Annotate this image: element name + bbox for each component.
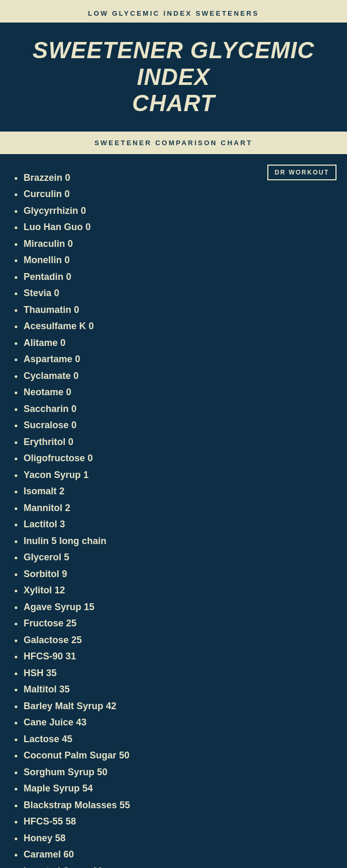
- list-item: Yacon Syrup 1: [24, 467, 331, 484]
- list-item: Cyclamate 0: [24, 368, 331, 385]
- list-item: Barley Malt Syrup 42: [24, 698, 331, 715]
- list-item: Caramel 60: [24, 847, 331, 863]
- list-item: Alitame 0: [24, 335, 331, 352]
- list-item: HFCS-90 31: [24, 648, 331, 665]
- list-item: HSH 35: [24, 665, 331, 682]
- list-item: Sucralose 0: [24, 417, 331, 434]
- subtitle-bar: SWEETENER COMPARISON CHART: [0, 132, 347, 154]
- list-item: Monellin 0: [24, 252, 331, 269]
- list-item: Mannitol 2: [24, 500, 331, 517]
- list-item: Agave Syrup 15: [24, 599, 331, 616]
- list-item: Honey 58: [24, 830, 331, 847]
- list-item: Isomalt 2: [24, 483, 331, 500]
- list-item: HFCS-55 58: [24, 813, 331, 830]
- main-title: SWEETENER GLYCEMIC INDEX CHART: [10, 37, 337, 117]
- list-item: Oligofructose 0: [24, 450, 331, 467]
- list-item: Lactose 45: [24, 731, 331, 748]
- list-item: Saccharin 0: [24, 401, 331, 418]
- list-item: Curculin 0: [24, 186, 331, 203]
- top-label: LOW GLYCEMIC INDEX SWEETENERS: [0, 0, 347, 23]
- list-item: Pentadin 0: [24, 269, 331, 286]
- list-item: Maltitol 35: [24, 681, 331, 698]
- list-item: Aspartame 0: [24, 351, 331, 368]
- list-item: Thaumatin 0: [24, 302, 331, 319]
- list-item: Stevia 0: [24, 285, 331, 302]
- list-item: Glycerol 5: [24, 549, 331, 566]
- list-item: Blackstrap Molasses 55: [24, 797, 331, 814]
- list-item: Acesulfame K 0: [24, 318, 331, 335]
- list-item: Maple Syrup 54: [24, 780, 331, 797]
- list-item: Inverted Sugar 60: [24, 863, 331, 868]
- list-item: Erythritol 0: [24, 434, 331, 451]
- list-item: Neotame 0: [24, 384, 331, 401]
- list-item: Fructose 25: [24, 615, 331, 632]
- list-item: Sorbitol 9: [24, 566, 331, 583]
- list-item: Cane Juice 43: [24, 714, 331, 731]
- list-item: Miraculin 0: [24, 236, 331, 253]
- list-item: Lactitol 3: [24, 516, 331, 533]
- list-item: Sorghum Syrup 50: [24, 764, 331, 781]
- title-block: SWEETENER GLYCEMIC INDEX CHART: [0, 23, 347, 132]
- main-content: DR WORKOUT Brazzein 0Curculin 0Glycyrrhi…: [0, 154, 347, 868]
- dr-workout-badge: DR WORKOUT: [267, 165, 337, 180]
- list-item: Galactose 25: [24, 632, 331, 649]
- list-item: Luo Han Guo 0: [24, 219, 331, 236]
- list-item: Inulin 5 long chain: [24, 533, 331, 550]
- list-item: Xylitol 12: [24, 582, 331, 599]
- list-item: Coconut Palm Sugar 50: [24, 747, 331, 764]
- list-item: Glycyrrhizin 0: [24, 203, 331, 220]
- sweetener-list: Brazzein 0Curculin 0Glycyrrhizin 0Luo Ha…: [10, 170, 331, 868]
